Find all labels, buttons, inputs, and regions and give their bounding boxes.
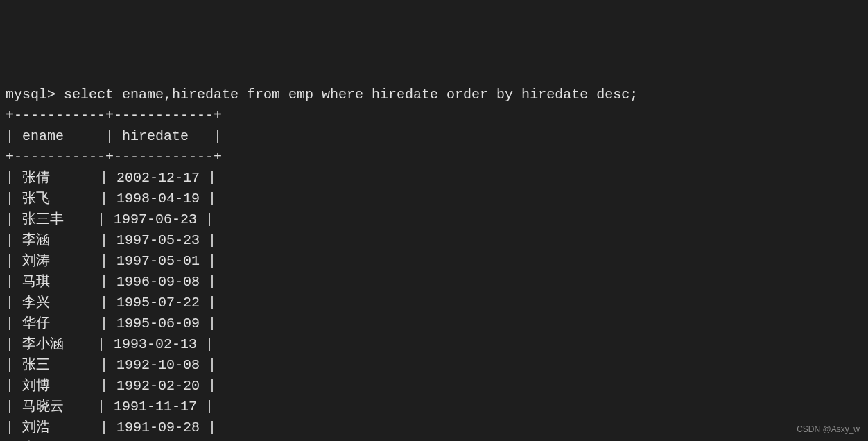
table-row: | 张倩 | 2002-12-17 |	[6, 170, 216, 186]
mysql-prompt: mysql>	[6, 87, 64, 103]
table-header-row: | ename | hiredate |	[6, 128, 222, 144]
table-row: | 张飞 | 1998-04-19 |	[6, 191, 216, 207]
table-row: | 李涵 | 1997-05-23 |	[6, 232, 216, 248]
table-row: | 马晓云 | 1991-11-17 |	[6, 399, 214, 415]
table-row: | 李兴 | 1995-07-22 |	[6, 295, 216, 311]
sql-query: select ename,hiredate from emp where hir…	[64, 87, 638, 103]
table-row: | 马琪 | 1996-09-08 |	[6, 274, 216, 290]
table-border-mid: +-----------+------------+	[6, 149, 222, 165]
table-border-top: +-----------+------------+	[6, 107, 222, 123]
table-row: | 刘涛 | 1997-05-01 |	[6, 253, 216, 269]
table-row: | 李小涵 | 1993-02-13 |	[6, 336, 214, 352]
table-row: | 张三丰 | 1997-06-23 |	[6, 211, 214, 227]
table-row: | 刘博 | 1992-02-20 |	[6, 378, 216, 394]
table-row: | 刘浩 | 1991-09-28 |	[6, 420, 216, 435]
table-row: | 华仔 | 1995-06-09 |	[6, 315, 216, 331]
terminal-output[interactable]: mysql> select ename,hiredate from emp wh…	[6, 85, 862, 441]
watermark: CSDN @Asxy_w	[797, 423, 860, 435]
table-row: | 张三 | 1992-10-08 |	[6, 357, 216, 373]
